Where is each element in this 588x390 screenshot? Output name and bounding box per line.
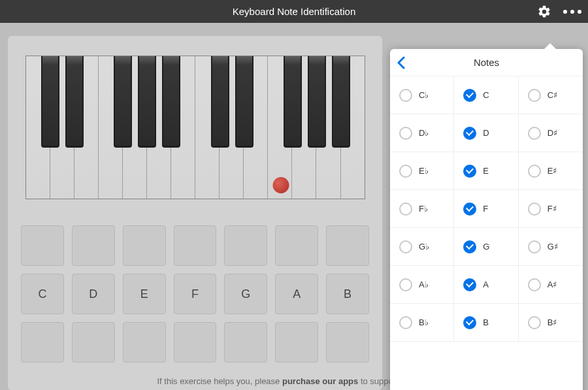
back-button[interactable] [397,49,406,76]
note-option[interactable]: C♭ [390,76,454,114]
answer-a[interactable]: A [275,274,318,314]
footer-link[interactable]: purchase our apps [282,376,358,386]
note-label: A♯ [547,280,557,289]
gear-icon[interactable] [537,5,551,19]
note-label: D♭ [419,128,429,138]
radio-unchecked-icon [528,89,541,102]
note-option[interactable]: G♭ [390,228,454,266]
more-icon[interactable] [563,10,581,14]
black-key[interactable] [308,56,326,148]
note-option[interactable]: E♭ [390,152,454,190]
note-option[interactable]: A♭ [390,266,454,304]
black-key[interactable] [284,56,302,148]
radio-unchecked-icon [399,127,412,140]
radio-unchecked-icon [399,89,412,102]
note-option[interactable]: F [454,190,518,228]
answer-blank[interactable] [275,225,318,266]
note-marker [272,177,289,193]
note-label: C [483,90,489,100]
answer-blank[interactable] [72,322,115,363]
popover-body[interactable]: C♭CC♯D♭DD♯E♭EE♯F♭FF♯G♭GG♯A♭AA♯B♭BB♯ [390,76,583,390]
radio-checked-icon [463,127,476,140]
radio-unchecked-icon [399,278,412,291]
note-option[interactable]: A [454,266,518,304]
popover-title: Notes [474,57,499,68]
note-option[interactable]: F♭ [390,190,454,228]
note-option[interactable]: E♯ [519,152,583,190]
note-label: G♭ [419,242,429,252]
radio-unchecked-icon [528,127,541,140]
radio-checked-icon [463,240,476,253]
note-label: D [483,128,489,138]
header-actions [537,0,581,23]
note-option[interactable]: D [454,114,518,152]
answer-grid: CDEFGAB [21,225,369,363]
stage: CDEFGAB If this exercise helps you, plea… [0,23,588,390]
note-option[interactable]: D♯ [519,114,583,152]
note-label: B♭ [419,317,429,327]
radio-unchecked-icon [528,240,541,253]
radio-checked-icon [463,203,476,216]
answer-blank[interactable] [123,225,166,266]
note-label: F♯ [547,204,557,214]
radio-unchecked-icon [399,203,412,216]
radio-unchecked-icon [528,278,541,291]
footer-pre: If this exercise helps you, please [157,376,282,386]
answer-blank[interactable] [21,322,64,363]
note-option[interactable]: E [454,152,518,190]
radio-unchecked-icon [399,240,412,253]
answer-blank[interactable] [275,322,318,363]
answer-blank[interactable] [326,322,369,363]
radio-unchecked-icon [399,165,412,178]
note-label: C♭ [419,90,429,100]
header: Keyboard Note Identification [0,0,588,23]
answer-b[interactable]: B [326,274,369,314]
black-key[interactable] [41,56,59,148]
answer-d[interactable]: D [72,274,115,314]
answer-f[interactable]: F [174,274,217,314]
answer-blank[interactable] [224,225,267,266]
note-label: D♯ [547,128,557,138]
black-key[interactable] [65,56,84,148]
note-option[interactable]: B♭ [390,304,454,342]
black-key[interactable] [235,56,253,148]
note-label: E♯ [547,166,557,176]
note-label: G [483,242,489,252]
note-option[interactable]: F♯ [519,190,583,228]
answer-blank[interactable] [123,322,166,363]
black-key[interactable] [211,56,229,148]
note-option[interactable]: A♯ [519,266,583,304]
note-option[interactable]: B♯ [519,304,583,342]
note-option[interactable]: C♯ [519,76,583,114]
radio-checked-icon [463,165,476,178]
note-option[interactable]: B [454,304,518,342]
note-option[interactable]: C [454,76,518,114]
note-label: A [483,280,489,289]
note-label: E♭ [419,166,429,176]
radio-checked-icon [463,278,476,291]
answer-g[interactable]: G [224,274,267,314]
answer-blank[interactable] [174,322,217,363]
note-label: B [483,317,489,327]
answer-blank[interactable] [72,225,115,266]
black-key[interactable] [138,56,156,148]
popover-header: Notes [390,49,583,76]
black-key[interactable] [332,56,350,148]
exercise-card: CDEFGAB [8,36,382,390]
note-label: C♯ [547,90,557,100]
black-key[interactable] [114,56,132,148]
page-title: Keyboard Note Identification [233,6,355,17]
note-option[interactable]: D♭ [390,114,454,152]
answer-blank[interactable] [326,225,369,266]
answer-blank[interactable] [174,225,217,266]
answer-blank[interactable] [224,322,267,363]
answer-e[interactable]: E [123,274,166,314]
radio-unchecked-icon [528,203,541,216]
black-key[interactable] [162,56,180,148]
note-option[interactable]: G [454,228,518,266]
note-label: E [483,166,489,176]
piano [25,56,365,199]
note-option[interactable]: G♯ [519,228,583,266]
answer-blank[interactable] [21,225,64,266]
answer-c[interactable]: C [21,274,64,314]
